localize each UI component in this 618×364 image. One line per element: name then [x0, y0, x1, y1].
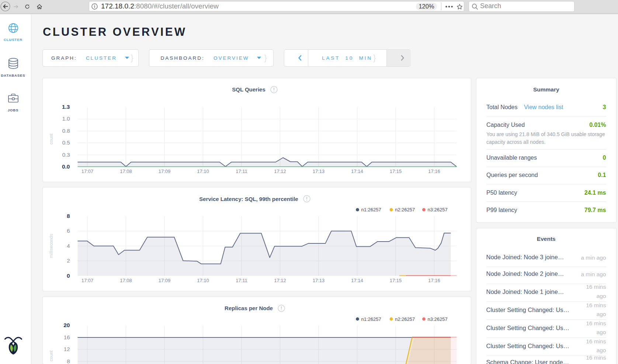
svg-text:17:11: 17:11: [236, 168, 247, 174]
svg-text:n3:26257: n3:26257: [427, 316, 447, 322]
svg-text:milliseconds: milliseconds: [49, 234, 54, 258]
svg-text:n2:26257: n2:26257: [395, 207, 415, 212]
svg-text:17:08: 17:08: [120, 168, 132, 174]
svg-text:1.3: 1.3: [62, 104, 70, 110]
svg-text:8: 8: [66, 213, 70, 219]
svg-text:16: 16: [63, 334, 70, 340]
svg-text:6: 6: [67, 228, 70, 234]
svg-text:0.5: 0.5: [62, 139, 70, 146]
svg-text:n1:26257: n1:26257: [361, 207, 381, 212]
svg-text:n3:26257: n3:26257: [427, 207, 447, 212]
svg-text:0.0: 0.0: [62, 163, 70, 169]
svg-text:0.3: 0.3: [62, 151, 70, 157]
svg-text:17:13: 17:13: [312, 278, 324, 283]
svg-text:17:16: 17:16: [428, 278, 440, 283]
svg-text:count: count: [49, 133, 54, 144]
svg-text:17:09: 17:09: [158, 278, 170, 283]
svg-text:1.0: 1.0: [62, 115, 70, 122]
svg-text:20: 20: [63, 322, 70, 328]
svg-text:17:09: 17:09: [158, 168, 170, 174]
svg-text:4: 4: [67, 243, 70, 249]
svg-text:17:15: 17:15: [389, 168, 402, 174]
svg-text:17:13: 17:13: [312, 168, 324, 174]
svg-text:n2:26257: n2:26257: [395, 316, 415, 322]
svg-text:0.8: 0.8: [62, 127, 70, 134]
svg-text:count: count: [49, 350, 54, 361]
svg-text:0: 0: [66, 273, 70, 279]
svg-text:17:14: 17:14: [351, 168, 363, 174]
svg-text:17:15: 17:15: [389, 278, 402, 283]
svg-text:17:12: 17:12: [274, 168, 286, 174]
svg-text:12: 12: [63, 346, 70, 352]
svg-text:17:10: 17:10: [197, 278, 209, 283]
svg-text:17:08: 17:08: [120, 278, 132, 283]
svg-text:17:10: 17:10: [197, 168, 209, 174]
svg-text:17:12: 17:12: [274, 278, 286, 283]
svg-text:17:07: 17:07: [81, 278, 93, 283]
svg-text:17:11: 17:11: [236, 278, 247, 283]
svg-text:n1:26257: n1:26257: [361, 316, 381, 322]
svg-text:17:07: 17:07: [81, 168, 93, 174]
svg-text:2: 2: [67, 257, 70, 264]
svg-text:17:16: 17:16: [428, 168, 440, 174]
svg-text:8: 8: [67, 358, 70, 364]
svg-text:17:14: 17:14: [351, 278, 363, 283]
